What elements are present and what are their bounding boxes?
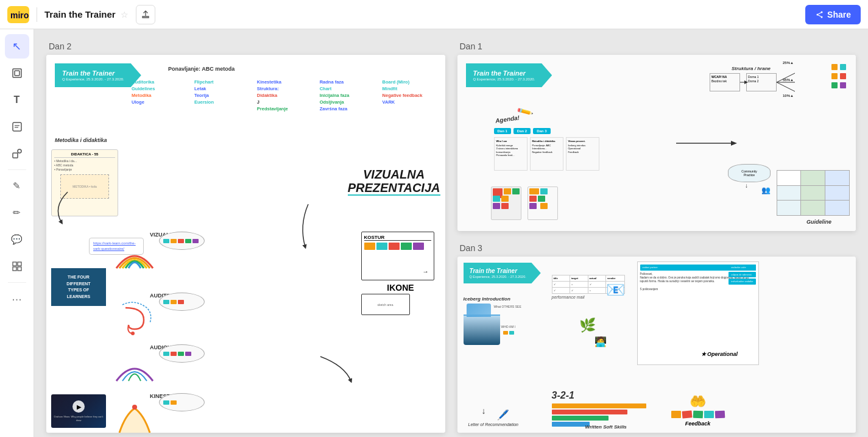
people-icon: 👥	[761, 186, 771, 194]
svg-marker-23	[731, 141, 737, 146]
svg-point-4	[821, 16, 823, 18]
text-tool-button[interactable]: T	[5, 88, 29, 112]
svg-line-21	[777, 82, 795, 91]
person2-icon: 🧑‍💻	[595, 336, 607, 347]
dan2-board-frame[interactable]: Train the Trainer Q Experience, 25.3.202…	[46, 55, 445, 433]
kw-vark: VARK	[383, 99, 440, 105]
svg-text:miro: miro	[10, 10, 29, 20]
kw-euersion: Euersion	[194, 99, 252, 105]
plants-icon: 🌿	[579, 318, 596, 333]
svg-point-13	[18, 149, 21, 153]
small-sketch-box: sketch area	[361, 294, 410, 315]
kw-auditorika: Auditorika	[132, 79, 189, 85]
cloud-vizualni	[159, 232, 205, 250]
321-rows	[552, 403, 646, 427]
middle-right-arrow	[284, 201, 314, 250]
kw-zavrsna: Zavrśna faza	[320, 106, 378, 112]
day2-content: Metodika i didaktika Ponavljanje: ABC In…	[530, 137, 563, 171]
day-card-2: Dan 2	[513, 128, 531, 134]
dan3-header: Train the Trainer Q Experience, 25.3.202…	[464, 263, 541, 283]
svg-point-26	[132, 405, 137, 410]
table-box	[777, 170, 850, 216]
star-icon[interactable]: ☆	[121, 10, 129, 20]
canvas-area[interactable]: Dan 1 Train the Trainer Q Experience, 25…	[34, 29, 868, 437]
kw-predstavljanje: Predstavljanje	[257, 106, 315, 112]
sticky-tool-button[interactable]	[5, 115, 29, 139]
curve-arrow-left	[49, 189, 86, 226]
svg-rect-12	[13, 153, 18, 158]
svg-line-5	[818, 12, 821, 13]
frames-icon	[12, 68, 23, 79]
share-button[interactable]: Share	[805, 5, 861, 24]
play-button[interactable]: ▶	[72, 400, 85, 413]
dan3-board-frame[interactable]: Train the Trainer Q Experience, 25.3.202…	[457, 257, 856, 433]
vizualna-prezentacija: VIZUALNA PREZENTACIJA	[348, 168, 440, 194]
dan1-board-frame[interactable]: Train the Trainer Q Experience, 25.3.202…	[457, 55, 856, 231]
shape-tool-button[interactable]	[5, 141, 29, 166]
upload-button[interactable]	[136, 5, 155, 24]
boards-container: Dan 1 Train the Trainer Q Experience, 25…	[46, 41, 856, 425]
toolbar-separator-2	[8, 282, 26, 283]
miro-logo: miro	[7, 6, 29, 23]
svg-rect-15	[18, 262, 21, 266]
svg-rect-14	[13, 262, 16, 266]
kw-inicijalna: Inicijalna faza	[320, 93, 378, 98]
dan1-title: Train the Trainer	[473, 69, 535, 77]
cloud-shape: Community Practice	[728, 164, 771, 182]
kw-radna-faza: Radna faza	[320, 79, 378, 85]
svg-point-2	[817, 13, 819, 15]
kw-odsljivanja: Odsljivanja	[320, 99, 378, 105]
kw-board: Board (Miro)	[383, 79, 440, 85]
iceberg-label: Iceberg Introduction	[464, 296, 524, 302]
email-illustration: 📧	[598, 281, 634, 311]
kw-chart: Chart	[320, 86, 378, 91]
document-title: Train the Trainer	[44, 9, 116, 20]
sticky-cluster-left	[491, 187, 521, 220]
dan2-title: Train the Trainer	[62, 69, 124, 77]
svg-rect-8	[15, 71, 19, 76]
dan3-title: Train the Trainer	[470, 268, 526, 274]
dan1-label: Dan 1	[457, 41, 856, 51]
dan1-header: Train the Trainer Q Experience, 25.3.202…	[466, 63, 552, 87]
kw-mindfit: Mindfit	[383, 86, 440, 91]
cloud-auditivni	[159, 293, 205, 311]
dan3-board: Train the Trainer Q Experience, 25.3.202…	[457, 257, 856, 433]
feedback-area: 🤲 Feedback	[646, 394, 750, 427]
pencil-tool-button[interactable]: ✏	[5, 201, 29, 225]
kw-guidelines: Guidelines	[132, 86, 189, 91]
dan3-subtitle: Q Experience, 25.3.2020. - 27.3.2020.	[470, 275, 526, 279]
frames-tool-button[interactable]	[5, 61, 29, 85]
day1-content: Who I am Kubelski merge 3 stvoru interak…	[494, 137, 528, 171]
day-card-1: Dan 1	[494, 128, 511, 134]
feedback-stickies	[646, 411, 750, 418]
sticky-icon	[12, 121, 23, 132]
grid-icon	[12, 261, 23, 272]
day-content-cards: Who I am Kubelski merge 3 stvoru interak…	[494, 137, 599, 171]
arrow-down: ↓	[745, 182, 748, 189]
draw-tool-button[interactable]: ✎	[5, 174, 29, 198]
kw-metodika: Metodika	[132, 93, 189, 98]
select-tool-button[interactable]: ↖	[5, 34, 29, 59]
dan2-section: Dan 2 Train the Trainer Q Experience, 25…	[46, 41, 445, 433]
toolbar-separator	[8, 169, 26, 170]
metodika-label: Metodika i didaktika	[55, 137, 107, 143]
kw-kinestetika: Kinestetika	[257, 79, 315, 85]
audiovizualni-icon	[113, 354, 156, 387]
kw-letak: Letak	[194, 86, 252, 91]
dan3-section: Dan 3 Train the Trainer Q Experience, 25…	[457, 243, 856, 433]
kw-uloge: Uloge	[132, 99, 189, 105]
more-tools-button[interactable]: ···	[5, 286, 29, 311]
ponavljanje-label: Ponavljanje: ABC metoda	[168, 66, 235, 72]
grid-tool-button[interactable]	[5, 254, 29, 279]
flowchart-arrows	[710, 61, 850, 140]
video-thumbnail[interactable]: ▶ Graham Shaw: Why people believe they c…	[51, 394, 106, 428]
pen-icon: 🖊️	[497, 409, 509, 421]
ikone-label: IKONE	[361, 283, 440, 293]
email-content-box: zadaci partner Poštovani, Nadam se da si…	[637, 261, 759, 365]
dan3-label: Dan 3	[457, 243, 856, 253]
comment-tool-button[interactable]: 💬	[5, 227, 29, 252]
video-caption: Graham Shaw: Why people believe they can…	[51, 415, 106, 421]
guideline-label: Guideline	[806, 219, 831, 225]
dan1-board: Train the Trainer Q Experience, 25.3.202…	[457, 55, 856, 231]
iceberg-illustration: What OTHERS SEE WHO AM I	[464, 304, 524, 349]
